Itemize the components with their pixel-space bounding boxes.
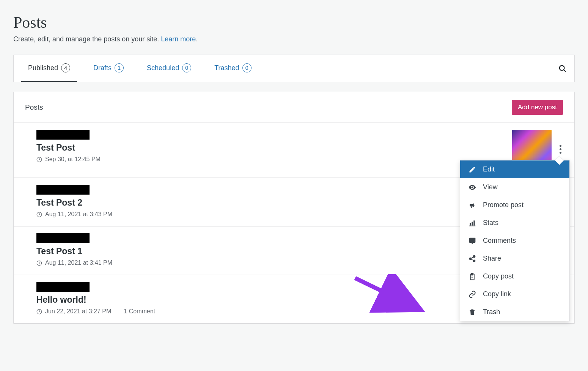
tab-count: 0 — [242, 63, 252, 72]
dropdown-label: Copy post — [483, 272, 514, 280]
tab-count: 0 — [182, 63, 191, 72]
dropdown-item-view[interactable]: View — [460, 178, 569, 196]
svg-line-11 — [471, 259, 473, 260]
post-date: Jun 22, 2021 at 3:27 PM — [45, 308, 111, 315]
tab-label: Drafts — [93, 64, 112, 72]
add-new-post-button[interactable]: Add new post — [512, 100, 563, 115]
megaphone-icon — [469, 201, 476, 209]
clock-icon — [36, 309, 42, 314]
tab-trashed[interactable]: Trashed 0 — [208, 55, 258, 82]
dropdown-item-comments[interactable]: Comments — [460, 232, 569, 250]
comments-icon — [469, 237, 476, 245]
svg-rect-6 — [469, 225, 476, 226]
post-title: Test Post — [36, 143, 512, 153]
author-redacted — [36, 185, 90, 195]
tab-scheduled[interactable]: Scheduled 0 — [140, 55, 198, 82]
tab-label: Trashed — [214, 64, 239, 72]
clipboard-icon — [469, 273, 476, 280]
tab-label: Scheduled — [147, 64, 179, 72]
author-redacted — [36, 130, 90, 140]
tab-count: 4 — [61, 63, 70, 72]
panel-header: Posts Add new post — [14, 92, 574, 123]
dropdown-label: Share — [483, 255, 501, 263]
search-icon[interactable] — [558, 64, 567, 73]
eye-icon — [469, 184, 476, 191]
tab-published[interactable]: Published 4 — [21, 55, 77, 82]
dropdown-label: View — [483, 183, 498, 191]
page-subtitle: Create, edit, and manage the posts on yo… — [13, 35, 575, 43]
dropdown-label: Promote post — [483, 201, 524, 209]
post-date: Aug 11, 2021 at 3:41 PM — [45, 259, 112, 266]
subtitle-suffix: . — [196, 35, 198, 43]
post-date: Sep 30, at 12:45 PM — [45, 156, 101, 163]
dropdown-label: Copy link — [483, 290, 511, 298]
clock-icon — [36, 260, 42, 266]
learn-more-link[interactable]: Learn more — [161, 35, 196, 43]
svg-rect-4 — [472, 222, 473, 225]
dropdown-item-stats[interactable]: Stats — [460, 214, 569, 232]
dropdown-item-edit[interactable]: Edit — [460, 160, 569, 178]
dropdown-item-trash[interactable]: Trash — [460, 303, 569, 321]
svg-rect-5 — [473, 220, 475, 225]
svg-point-8 — [470, 258, 472, 259]
dropdown-label: Trash — [483, 308, 500, 316]
dropdown-label: Stats — [483, 219, 498, 227]
more-options-button[interactable] — [557, 141, 564, 157]
share-icon — [469, 255, 476, 263]
svg-line-1 — [564, 69, 566, 72]
link-icon — [469, 291, 476, 298]
dropdown-label: Edit — [483, 165, 495, 173]
posts-panel: Posts Add new post Test Post Sep 30, at … — [13, 92, 575, 324]
page-title: Posts — [13, 13, 575, 31]
tab-label: Published — [28, 64, 58, 72]
dropdown-label: Comments — [483, 237, 516, 245]
svg-rect-3 — [470, 223, 471, 226]
svg-line-10 — [471, 257, 473, 258]
svg-point-0 — [560, 65, 564, 70]
trash-icon — [469, 308, 476, 316]
bar-chart-icon — [469, 219, 476, 227]
author-redacted — [36, 282, 90, 292]
post-actions-dropdown: Edit View Promote post Stats Comments — [460, 160, 570, 321]
clock-icon — [36, 212, 42, 217]
panel-title: Posts — [25, 103, 43, 112]
pencil-icon — [469, 166, 476, 173]
post-comments: 1 Comment — [124, 308, 155, 315]
svg-rect-13 — [472, 273, 473, 274]
post-date: Aug 11, 2021 at 3:43 PM — [45, 211, 112, 218]
clock-icon — [36, 157, 42, 162]
dropdown-item-promote[interactable]: Promote post — [460, 196, 569, 214]
author-redacted — [36, 233, 90, 243]
dropdown-item-share[interactable]: Share — [460, 250, 569, 267]
tabs-container: Published 4 Drafts 1 Scheduled 0 Trashed… — [13, 55, 575, 82]
dropdown-item-copy-link[interactable]: Copy link — [460, 285, 569, 303]
svg-point-7 — [473, 255, 475, 257]
dropdown-item-copy-post[interactable]: Copy post — [460, 267, 569, 285]
post-row[interactable]: Test Post Sep 30, at 12:45 PM Edit View — [14, 123, 574, 178]
tab-count: 1 — [115, 63, 124, 72]
svg-point-9 — [473, 260, 475, 262]
subtitle-text: Create, edit, and manage the posts on yo… — [13, 35, 161, 43]
tab-drafts[interactable]: Drafts 1 — [86, 55, 130, 82]
